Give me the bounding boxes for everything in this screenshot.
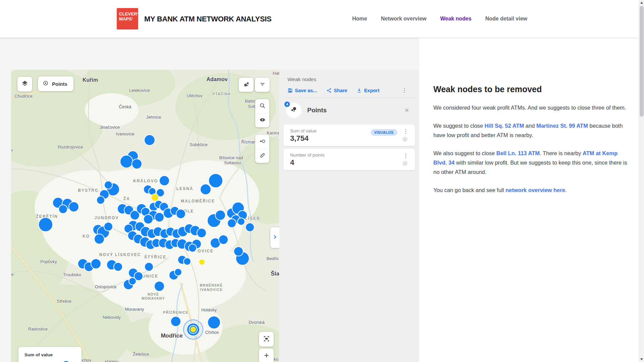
point-size-button[interactable] xyxy=(255,135,269,149)
kebab-icon[interactable]: ⋮ xyxy=(403,129,409,134)
map-points xyxy=(11,70,279,362)
layers-button[interactable] xyxy=(17,77,32,92)
inline-link[interactable]: network overview here xyxy=(505,187,565,193)
map-point[interactable] xyxy=(209,174,223,188)
chevron-right-icon xyxy=(273,235,277,241)
weak-nodes-panel: Weak nodes Save as...ShareExport⋮ 4 Poin… xyxy=(279,70,419,362)
panel-title: Weak nodes xyxy=(287,76,419,82)
map-point-weak[interactable] xyxy=(151,194,159,201)
map-point[interactable] xyxy=(59,205,67,214)
map-point[interactable] xyxy=(144,135,155,145)
map-point[interactable] xyxy=(174,268,182,276)
map-point[interactable] xyxy=(197,228,206,238)
map-point[interactable] xyxy=(189,244,197,252)
nav-item-network-overview[interactable]: Network overview xyxy=(381,16,426,22)
map-point[interactable] xyxy=(91,259,101,269)
map-point[interactable] xyxy=(219,235,228,244)
save-as-button[interactable]: Save as... xyxy=(287,88,317,93)
selected-point[interactable] xyxy=(183,320,203,339)
bubble-style-button[interactable] xyxy=(239,78,254,92)
page-title: MY BANK ATM NETWORK ANALYSIS xyxy=(144,15,271,23)
paragraph: We also suggest to close Bell Ln. 113 AT… xyxy=(433,148,630,177)
map-point[interactable] xyxy=(171,316,181,326)
map-point[interactable] xyxy=(154,281,164,291)
scrollbar-up-arrow[interactable] xyxy=(639,0,644,5)
filter-icon xyxy=(259,81,266,89)
export-button[interactable]: Export xyxy=(357,88,379,93)
ruler-icon xyxy=(259,152,266,160)
zoom-in-button[interactable] xyxy=(259,349,274,362)
map-point[interactable] xyxy=(104,222,113,231)
share-button[interactable]: Share xyxy=(326,88,347,93)
panel-toolbar: Save as...ShareExport⋮ xyxy=(287,87,407,93)
point-icon xyxy=(43,80,49,87)
map-point[interactable] xyxy=(132,159,142,169)
nav-item-home[interactable]: Home xyxy=(352,16,367,22)
inline-link[interactable]: Bell Ln. 113 ATM xyxy=(496,150,540,156)
map-point[interactable] xyxy=(227,219,236,228)
map[interactable]: KuřimAdamovHabChudčiceLelekoviceÚtěchovP… xyxy=(11,70,279,362)
map-point[interactable] xyxy=(155,213,164,222)
legend-title: Sum of value xyxy=(24,352,82,357)
visualize-chip[interactable]: VISUALIZE xyxy=(371,129,397,136)
filter-button[interactable] xyxy=(255,78,270,92)
map-point[interactable] xyxy=(234,247,243,256)
legend-point-sample xyxy=(61,360,71,362)
selected-point-core[interactable] xyxy=(191,327,196,333)
map-point[interactable] xyxy=(97,196,105,204)
map-point[interactable] xyxy=(200,184,211,195)
map-point[interactable] xyxy=(39,218,53,232)
map-point[interactable] xyxy=(176,209,185,219)
map-point-weak[interactable] xyxy=(199,259,205,265)
map-point[interactable] xyxy=(94,234,104,244)
map-point[interactable] xyxy=(144,215,153,224)
points-avatar[interactable]: 4 xyxy=(286,103,302,118)
kebab-icon[interactable]: ⋮ xyxy=(403,153,409,159)
fit-bounds-button[interactable] xyxy=(259,332,274,347)
map-point[interactable] xyxy=(215,210,225,220)
nav-item-node-detail-view[interactable]: Node detail view xyxy=(485,16,527,22)
map-point[interactable] xyxy=(208,316,220,329)
map-tools-group-1 xyxy=(255,99,269,127)
inline-link[interactable]: Martinez St. 99 ATM xyxy=(536,123,588,129)
panel-kebab-icon[interactable]: ⋮ xyxy=(401,87,407,93)
search-button[interactable] xyxy=(255,99,269,113)
map-point[interactable] xyxy=(129,278,136,285)
close-icon[interactable]: ✕ xyxy=(405,107,409,114)
metric-card-number-of-points: Number of points4⋮ xyxy=(283,149,415,170)
circles-icon xyxy=(259,138,266,146)
metric-card-sum-of-value: Sum of value3,754VISUALIZE⋮ xyxy=(283,125,415,146)
fit-screen-icon xyxy=(263,336,270,343)
measure-button[interactable] xyxy=(255,149,269,163)
map-point[interactable] xyxy=(183,258,191,265)
scrollbar-down-arrow[interactable] xyxy=(639,357,644,362)
points-card-header: 4 Points ✕ xyxy=(286,103,409,118)
points-card-title: Points xyxy=(307,107,327,114)
layers-icon xyxy=(21,80,28,88)
clevermaps-logo[interactable]: CLEVER° MAPS' xyxy=(117,8,138,29)
visibility-button[interactable] xyxy=(255,113,269,127)
expand-panel-button[interactable] xyxy=(270,227,279,248)
map-point[interactable] xyxy=(104,181,112,189)
map-point[interactable] xyxy=(237,218,245,225)
map-point[interactable] xyxy=(159,176,169,186)
download-icon xyxy=(357,88,362,93)
page-scrollbar[interactable] xyxy=(639,0,644,362)
paragraph: We suggest to close Hill Sq. 52 ATM and … xyxy=(433,121,630,140)
metric-value: 4 xyxy=(290,159,410,166)
nav-item-weak-nodes[interactable]: Weak nodes xyxy=(440,16,472,22)
metric-label: Number of points xyxy=(290,153,410,158)
scrollbar-thumb[interactable] xyxy=(640,6,644,117)
metric-indicator-dot[interactable] xyxy=(402,137,408,142)
eye-icon xyxy=(259,117,266,124)
inline-link[interactable]: Hill Sq. 52 ATM xyxy=(485,123,524,129)
points-layer-chip[interactable]: Points xyxy=(38,76,73,91)
map-point[interactable] xyxy=(114,262,122,271)
map-point[interactable] xyxy=(246,223,254,232)
map-point[interactable] xyxy=(69,202,79,212)
content-heading: Weak nodes to be removed xyxy=(433,84,639,94)
save-icon xyxy=(287,88,293,93)
map-point[interactable] xyxy=(120,155,133,168)
scatter-dots-icon xyxy=(290,106,298,115)
map-point[interactable] xyxy=(145,262,153,271)
